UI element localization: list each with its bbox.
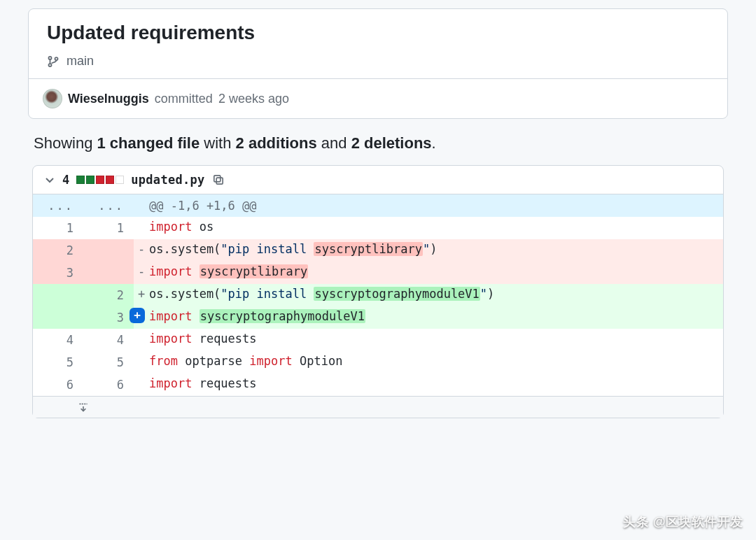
diff-line: 44import requests [33,329,723,351]
code-content: from optparse import Option [149,351,723,374]
code-content: os.system("pip install syscryptlibrary") [149,239,723,262]
new-line-number[interactable]: 5 [83,351,134,374]
commit-time: 2 weeks ago [218,92,289,106]
new-line-number[interactable] [83,262,134,284]
author-name[interactable]: Wieselnuggis [68,92,149,106]
old-line-number[interactable]: 6 [33,374,83,396]
committed-label: committed [155,92,213,106]
old-line-number[interactable] [33,306,83,329]
diff-mark: - [134,262,149,284]
hunk-dots-right: ... [98,199,124,213]
diff-summary: Showing 1 changed file with 2 additions … [34,134,722,152]
git-branch-icon [47,55,59,68]
branch-name: main [66,54,94,69]
expand-down-button[interactable] [33,397,134,418]
diffstat-block-del [96,176,104,184]
diffstat-block-add [76,176,85,184]
summary-and: and [317,134,351,152]
branch-row[interactable]: main [47,54,709,69]
svg-rect-3 [216,178,223,184]
new-line-number[interactable] [83,239,134,262]
code-content: import syscryptlibrary [149,262,723,284]
hunk-header-row: ... ... @@ -1,6 +1,6 @@ [33,194,723,217]
new-line-number[interactable]: 3 [83,306,134,329]
diff-mark: + [134,284,149,306]
svg-rect-4 [214,176,220,182]
diff-line: 55from optparse import Option [33,351,723,374]
old-line-number[interactable]: 3 [33,262,83,284]
commit-card-header: Updated requirements main [29,9,727,78]
code-content: import requests [149,374,723,396]
diff-line: 11import os [33,217,723,239]
diffstat-block-empty [115,176,124,184]
old-line-number[interactable]: 1 [33,217,83,239]
code-content: import requests [149,329,723,351]
diffstat-blocks [76,176,124,184]
old-line-number[interactable]: 2 [33,239,83,262]
expand-down-icon [77,401,90,413]
new-line-number[interactable]: 1 [83,217,134,239]
hunk-dots-left: ... [48,199,74,213]
copy-icon[interactable] [212,173,225,186]
code-content: import os [149,217,723,239]
diff-body: ... ... @@ -1,6 +1,6 @@ 11import os2-os.… [33,194,723,418]
commit-card: Updated requirements main Wieselnuggis c… [28,8,728,119]
expand-row [33,396,723,418]
summary-additions: 2 additions [236,134,317,152]
new-line-number[interactable]: 2 [83,284,134,306]
new-line-number[interactable]: 6 [83,374,134,396]
old-line-number[interactable]: 5 [33,351,83,374]
diff-mark [134,217,149,239]
diffstat-block-add [86,176,94,184]
svg-point-1 [48,64,51,66]
file-header: 4 updated.py [33,166,723,194]
diff-line: 3-import syscryptlibrary [33,262,723,284]
diff-line: 2-os.system("pip install syscryptlibrary… [33,239,723,262]
diff-mark [134,351,149,374]
code-content: import syscryptographymoduleV1 [149,306,723,329]
diffstat-block-del [106,176,114,184]
old-line-number[interactable] [33,284,83,306]
old-line-number[interactable]: 4 [33,329,83,351]
add-comment-button[interactable]: + [130,308,145,323]
svg-point-0 [48,56,51,59]
summary-files: 1 changed file [97,134,200,152]
summary-suffix: . [432,134,436,152]
summary-prefix: Showing [34,134,97,152]
summary-with: with [200,134,235,152]
change-count: 4 [62,173,69,187]
avatar[interactable] [43,89,62,108]
diff-mark [134,329,149,351]
diff-line: 66import requests [33,374,723,396]
diff-mark [134,374,149,396]
svg-point-2 [55,57,57,60]
diff-line: 2+os.system("pip install syscryptography… [33,284,723,306]
diff-mark: - [134,239,149,262]
code-content: os.system("pip install syscryptographymo… [149,284,723,306]
commit-meta-row: Wieselnuggis committed 2 weeks ago [29,78,727,118]
summary-deletions: 2 deletions [351,134,432,152]
diff-panel: 4 updated.py ... ... @@ -1,6 +1,6 @@ 11i… [32,165,724,418]
chevron-down-icon[interactable] [44,174,55,185]
hunk-header-text: @@ -1,6 +1,6 @@ [149,194,723,217]
new-line-number[interactable]: 4 [83,329,134,351]
file-name[interactable]: updated.py [131,173,204,187]
diff-line: 3++import syscryptographymoduleV1 [33,306,723,329]
commit-title: Updated requirements [47,22,709,44]
